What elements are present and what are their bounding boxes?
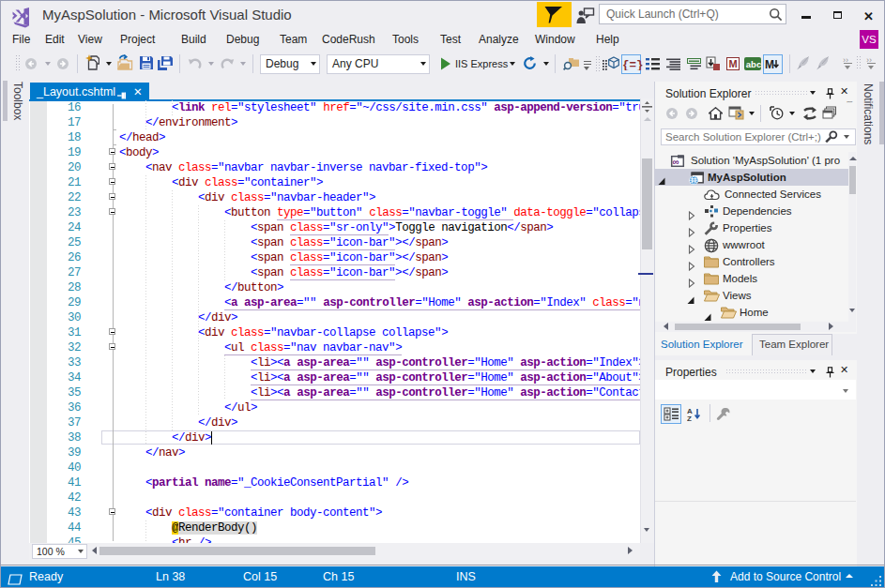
svg-text:Z: Z <box>687 415 692 421</box>
svg-text:∞: ∞ <box>673 156 679 166</box>
svg-text:M: M <box>765 58 774 71</box>
svg-text:M: M <box>729 58 738 69</box>
svg-text:{=}: {=} <box>622 59 644 71</box>
svg-text:abc: abc <box>746 59 761 69</box>
